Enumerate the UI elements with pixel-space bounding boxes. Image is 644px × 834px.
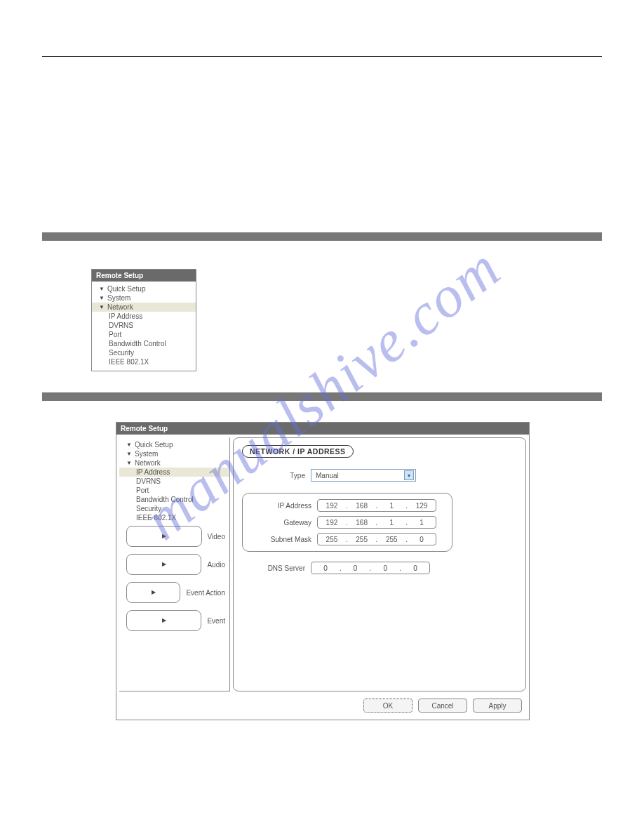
tree-label: Video <box>208 533 225 541</box>
tree-label: System <box>107 294 130 302</box>
tree-item-quick-setup[interactable]: Quick Setup <box>92 284 196 293</box>
type-value: Manual <box>316 472 339 479</box>
small-panel-title: Remote Setup <box>92 270 196 282</box>
ip-octet: 192 <box>322 502 342 510</box>
tree-item-event-action[interactable]: Event Action <box>119 578 229 607</box>
tree-label: Port <box>109 331 121 338</box>
tree-item-security[interactable]: Security <box>92 348 196 357</box>
tree-label: IEEE 802.1X <box>136 514 176 522</box>
ip-octet: 1 <box>382 519 401 527</box>
ip-field-group: IP Address 192. 168. 1. 129 Gateway 192.… <box>242 493 452 552</box>
tree-item-security[interactable]: Security <box>119 504 229 513</box>
tree-label: System <box>135 450 158 458</box>
ip-address-input[interactable]: 192. 168. 1. 129 <box>317 499 436 512</box>
tree-item-dvrns[interactable]: DVRNS <box>119 477 229 486</box>
page-divider <box>42 56 602 57</box>
tree-item-video[interactable]: Video <box>119 522 229 550</box>
ip-octet: 192 <box>322 519 342 527</box>
tree-item-bandwidth[interactable]: Bandwidth Control <box>92 339 196 348</box>
content-section-title: NETWORK / IP ADDRESS <box>242 445 354 458</box>
ip-octet: 168 <box>352 502 372 510</box>
tree-label: Security <box>109 349 134 357</box>
tree-label: Bandwidth Control <box>136 496 194 503</box>
apply-button[interactable]: Apply <box>473 699 522 713</box>
subnet-input[interactable]: 255. 255. 255. 0 <box>317 533 436 545</box>
chevron-right-icon <box>126 554 201 575</box>
tree-item-ieee8021x[interactable]: IEEE 802.1X <box>119 513 229 522</box>
tree-label: Event Action <box>186 589 225 597</box>
dialog-footer: OK Cancel Apply <box>116 694 529 720</box>
chevron-down-icon <box>99 295 105 301</box>
ip-octet: 0 <box>346 564 365 572</box>
tree-item-ip-address[interactable]: IP Address <box>119 468 229 477</box>
tree-item-quick-setup[interactable]: Quick Setup <box>119 440 229 449</box>
tree-item-port[interactable]: Port <box>119 486 229 495</box>
ip-octet: 129 <box>412 502 431 510</box>
tree-item-bandwidth[interactable]: Bandwidth Control <box>119 495 229 504</box>
small-tree: Quick Setup System Network IP Address DV… <box>92 282 196 371</box>
gateway-input[interactable]: 192. 168. 1. 1 <box>317 516 436 529</box>
tree-item-ip-address[interactable]: IP Address <box>92 312 196 321</box>
tree-item-network[interactable]: Network <box>119 458 229 468</box>
tree-label: Bandwidth Control <box>109 340 166 348</box>
dialog-title: Remote Setup <box>116 423 529 435</box>
tree-label: DVRNS <box>109 322 133 329</box>
tree-label: Audio <box>207 561 225 569</box>
tree-item-dvrns[interactable]: DVRNS <box>92 321 196 330</box>
chevron-down-icon <box>99 304 105 310</box>
ip-octet: 0 <box>316 564 335 572</box>
ip-octet: 168 <box>352 519 372 527</box>
ip-label: IP Address <box>248 502 311 510</box>
ip-octet: 1 <box>382 502 401 510</box>
chevron-down-icon: ▾ <box>404 470 414 480</box>
tree-label: Quick Setup <box>135 441 173 449</box>
tree-item-system[interactable]: System <box>119 449 229 458</box>
subnet-label: Subnet Mask <box>248 536 311 543</box>
ip-octet: 0 <box>412 536 431 543</box>
dns-input[interactable]: 0. 0. 0. 0 <box>311 562 430 574</box>
ok-button[interactable]: OK <box>363 699 412 713</box>
section-bar-2 <box>42 392 602 401</box>
tree-label: Port <box>136 486 149 494</box>
ip-octet: 255 <box>352 536 372 543</box>
tree-item-ieee8021x[interactable]: IEEE 802.1X <box>92 357 196 366</box>
ip-octet: 0 <box>405 564 425 572</box>
section-bar-1 <box>42 232 602 241</box>
gateway-label: Gateway <box>248 519 311 527</box>
tree-item-port[interactable]: Port <box>92 330 196 339</box>
tree-label: DVRNS <box>136 477 161 485</box>
chevron-down-icon <box>99 286 105 292</box>
chevron-down-icon <box>126 451 132 457</box>
tree-label: Network <box>135 459 161 467</box>
tree-item-network[interactable]: Network <box>92 303 196 312</box>
ip-octet: 0 <box>375 564 395 572</box>
dns-label: DNS Server <box>242 564 305 572</box>
cancel-button[interactable]: Cancel <box>418 699 467 713</box>
ip-octet: 255 <box>382 536 401 543</box>
chevron-down-icon <box>126 460 132 466</box>
ip-octet: 1 <box>412 519 431 527</box>
tree-label: IP Address <box>109 312 142 320</box>
tree-label: Security <box>136 505 161 512</box>
tree-item-event[interactable]: Event <box>119 607 229 635</box>
remote-setup-dialog: Remote Setup Quick Setup System Network … <box>116 422 530 720</box>
tree-label: Event <box>207 617 225 625</box>
tree-label: IEEE 802.1X <box>109 358 149 366</box>
chevron-right-icon <box>126 582 180 603</box>
chevron-right-icon <box>126 610 201 631</box>
remote-setup-small-panel: Remote Setup Quick Setup System Network … <box>91 269 196 371</box>
type-label: Type <box>242 472 305 479</box>
tree-label: IP Address <box>136 468 170 476</box>
dialog-tree: Quick Setup System Network IP Address DV… <box>119 437 230 691</box>
tree-label: Quick Setup <box>107 285 145 293</box>
dialog-content: NETWORK / IP ADDRESS Type Manual ▾ IP Ad… <box>233 437 526 691</box>
type-select[interactable]: Manual ▾ <box>311 469 416 482</box>
chevron-right-icon <box>126 526 202 547</box>
ip-octet: 255 <box>322 536 342 543</box>
chevron-down-icon <box>126 442 132 448</box>
tree-item-audio[interactable]: Audio <box>119 550 229 578</box>
tree-item-system[interactable]: System <box>92 293 196 303</box>
tree-label: Network <box>107 303 133 311</box>
